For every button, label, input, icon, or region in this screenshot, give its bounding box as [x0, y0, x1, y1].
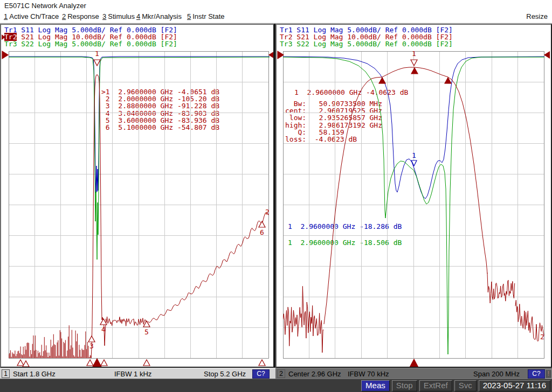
ifbw-value: IFBW 70 kHz [348, 370, 389, 378]
menu-accel: 3 [102, 12, 106, 20]
channel-area: Tr1 S11 Log Mag 5.000dB/ Ref 0.000dB [F2… [0, 24, 552, 368]
trace-header-tr3[interactable]: Tr3 S22 Log Mag 5.000dB/ Ref 0.000dB [F2… [4, 40, 177, 47]
marker-triangle[interactable] [379, 78, 385, 83]
menu-stimulus[interactable]: 3Stimulus [102, 12, 135, 20]
marker-label: 2 [540, 333, 544, 341]
marker-triangle[interactable] [259, 360, 265, 366]
menu-response[interactable]: 2Response [62, 12, 99, 20]
menu-accel: 5 [187, 12, 191, 20]
correction-badge: C? [528, 369, 545, 379]
marker-triangle[interactable] [411, 68, 418, 74]
marker-triangle[interactable] [87, 360, 93, 366]
app-title: E5071C Network Analyzer [4, 2, 86, 10]
menu-accel: 2 [62, 12, 66, 20]
system-status-bar: Meas Stop ExtRef Svc 2023-05-27 11:16 [0, 379, 552, 392]
datetime-display: 2023-05-27 11:16 [479, 380, 550, 391]
span-value: Span 200 MHz [473, 370, 520, 378]
marker-label: 1 [412, 50, 416, 58]
center-frequency: Center 2.96 GHz [288, 370, 341, 378]
marker-triangle[interactable] [411, 60, 417, 66]
menu-accel: 1 [4, 12, 8, 20]
marker-triangle[interactable] [2, 51, 8, 59]
meas-indicator: Meas [361, 380, 390, 391]
extref-indicator: ExtRef [419, 380, 452, 391]
marker-triangle[interactable] [101, 360, 107, 366]
menu-bar: 1Active Ch/Trace 2Response 3Stimulus 4Mk… [0, 11, 552, 23]
marker-label: 6 [260, 228, 264, 236]
marker-label: 1 [95, 50, 99, 58]
warning-indicator: ! [545, 369, 552, 379]
channel-1-plot[interactable]: 134562 [1, 25, 273, 367]
title-bar: E5071C Network Analyzer [0, 0, 552, 11]
menu-instr-state[interactable]: 5Instr State [187, 12, 224, 20]
marker-triangle[interactable] [92, 359, 102, 367]
channel-1-status-bar: 1 Start 1.8 GHz IFBW 1 kHz Stop 5.2 GHz … [0, 368, 275, 379]
ifbw-value: IFBW 1 kHz [114, 370, 151, 378]
channel-1-content: Tr1 S11 Log Mag 5.000dB/ Ref 0.000dB [F2… [1, 25, 273, 367]
marker-label: 3 [89, 342, 94, 350]
trace-header-tr3[interactable]: Tr3 S22 Log Mag 5.000dB/ Ref 0.000dB [F2… [280, 40, 453, 47]
channel-2-plot[interactable]: 112 [277, 25, 550, 367]
channel-2-content: Tr1 S11 Log Mag 5.000dB/ Ref 0.000dB [F2… [277, 25, 551, 367]
marker-label: 2 [265, 208, 270, 216]
marker-triangle[interactable] [409, 359, 419, 367]
menu-mkr-analysis[interactable]: 4Mkr/Analysis [136, 12, 182, 20]
marker-label: 1 [412, 151, 416, 159]
stop-indicator: Stop [392, 380, 417, 391]
channel-2-number: 2 [277, 369, 285, 378]
correction-badge: C? [252, 369, 270, 379]
start-frequency: Start 1.8 GHz [13, 370, 56, 378]
menu-active-ch-trace[interactable]: 1Active Ch/Trace [4, 12, 59, 20]
marker-label: 5 [144, 328, 149, 336]
grid-lines [283, 51, 544, 358]
marker-triangle[interactable] [259, 221, 265, 227]
marker-triangle[interactable] [88, 336, 95, 342]
marker-triangle[interactable] [23, 361, 29, 367]
channel-1-number: 1 [2, 369, 10, 378]
grid-lines [9, 51, 268, 358]
marker-triangle[interactable] [17, 360, 24, 366]
marker-triangle[interactable] [544, 51, 550, 59]
marker-triangle[interactable] [143, 360, 150, 366]
marker-triangle[interactable] [94, 60, 100, 66]
trace-s11 [9, 57, 270, 193]
channel-2-status-bar: 2 Center 2.96 GHz IFBW 70 kHz Span 200 M… [275, 368, 552, 379]
menu-accel: 4 [136, 12, 140, 20]
marker-triangle[interactable] [278, 51, 284, 59]
stop-frequency: Stop 5.2 GHz [204, 370, 246, 378]
menu-resize[interactable]: Resize [526, 12, 548, 20]
marker-label: 4 [101, 325, 106, 333]
channel-2-window[interactable]: Tr1 S11 Log Mag 5.000dB/ Ref 0.000dB [F2… [275, 24, 552, 368]
channel-1-window[interactable]: Tr1 S11 Log Mag 5.000dB/ Ref 0.000dB [F2… [0, 24, 274, 368]
trace-s22 [9, 57, 270, 260]
svc-indicator: Svc [454, 380, 477, 391]
marker-triangle[interactable] [269, 51, 273, 59]
